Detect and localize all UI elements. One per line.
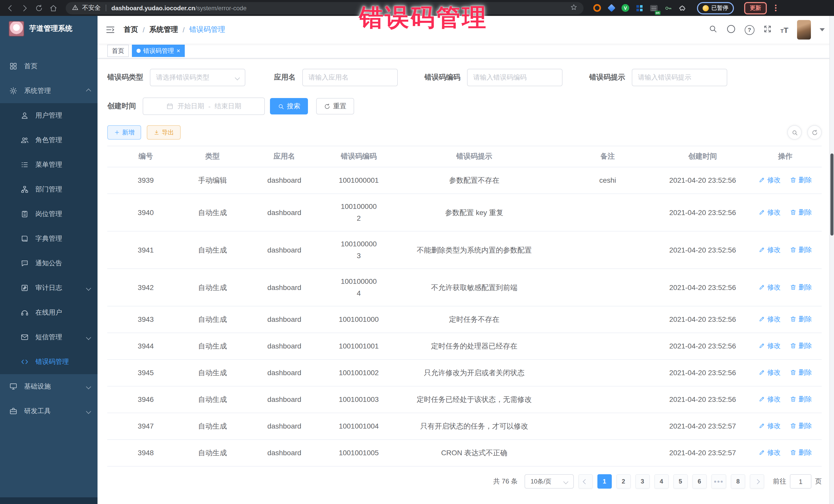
edit-link[interactable]: 修改 (759, 446, 781, 458)
user-avatar[interactable] (797, 20, 811, 40)
delete-link[interactable]: 删除 (790, 340, 812, 352)
page-button[interactable]: 2 (616, 474, 631, 489)
delete-link[interactable]: 删除 (790, 281, 812, 293)
delete-link[interactable]: 删除 (790, 174, 812, 186)
browser-home-button[interactable] (48, 3, 59, 13)
scrollbar-thumb[interactable] (830, 153, 833, 236)
tab-error-code[interactable]: 错误码管理 × (132, 45, 185, 57)
page-button[interactable]: 6 (692, 474, 706, 489)
trash-icon (790, 369, 796, 376)
sidebar-item[interactable]: 基础设施 (0, 374, 97, 399)
profile-paused-badge[interactable]: 已暂停 (697, 2, 734, 14)
pager-ellipsis[interactable]: ●●● (711, 474, 726, 489)
edit-link[interactable]: 修改 (759, 206, 781, 218)
browser-back-button[interactable] (5, 3, 15, 13)
table-row: 3945自动生成dashboard1001001002只允许修改为开启或者关闭状… (107, 359, 822, 386)
sidebar-logo[interactable]: 芋道管理系统 (0, 16, 97, 42)
sidebar-item[interactable]: 系统管理 (0, 79, 97, 103)
next-page-button[interactable] (750, 474, 764, 489)
chrome-update-button[interactable]: 更新 (744, 2, 767, 14)
add-button[interactable]: 新增 (107, 125, 141, 139)
edit-link[interactable]: 修改 (759, 420, 781, 432)
edit-link[interactable]: 修改 (759, 340, 781, 352)
page-button[interactable]: 8 (731, 474, 745, 489)
not-secure-label[interactable]: 不安全 (82, 4, 101, 12)
delete-link[interactable]: 删除 (790, 243, 812, 255)
header-search-icon[interactable] (708, 24, 717, 36)
prev-page-button[interactable] (578, 474, 593, 489)
list-extension-icon[interactable]: on (650, 4, 658, 12)
error-type-select[interactable]: 请选择错误码类型 (150, 69, 245, 86)
edit-link[interactable]: 修改 (759, 174, 781, 186)
browser-menu-icon[interactable] (775, 5, 776, 11)
bookmark-star-icon[interactable] (570, 4, 577, 12)
sidebar-item[interactable]: 研发工具 (0, 399, 97, 423)
page-button[interactable]: 1 (597, 474, 612, 489)
error-code-input[interactable]: 请输入错误码编码 (467, 69, 563, 86)
page-size-select[interactable]: 10条/页 (524, 474, 573, 489)
docs-help-icon[interactable]: ? (744, 25, 754, 35)
edit-link[interactable]: 修改 (759, 243, 781, 255)
date-range-picker[interactable]: 开始日期 - 结束日期 (143, 97, 265, 115)
sidebar-item[interactable]: 部门管理 (0, 177, 97, 202)
edit-link[interactable]: 修改 (759, 313, 781, 325)
delete-link[interactable]: 删除 (790, 367, 812, 378)
app-name-input[interactable]: 请输入应用名 (302, 69, 398, 86)
sidebar-item[interactable]: 短信管理 (0, 325, 97, 350)
delete-link[interactable]: 删除 (790, 420, 812, 432)
url-text[interactable]: dashboard.yudao.iocoder.cn/system/error-… (111, 4, 247, 12)
font-size-icon[interactable]: TT (781, 26, 788, 34)
refresh-table-button[interactable] (807, 125, 822, 139)
page-button[interactable]: 5 (673, 474, 687, 489)
sidebar-item[interactable]: 错误码管理 (0, 350, 97, 374)
breadcrumb-home[interactable]: 首页 (124, 25, 138, 35)
browser-reload-button[interactable] (34, 3, 44, 13)
error-msg-input[interactable]: 请输入错误码提示 (632, 69, 727, 86)
address-bar[interactable]: 不安全 dashboard.yudao.iocoder.cn/system/er… (66, 2, 584, 14)
not-secure-warning-icon (72, 4, 79, 12)
edit-link[interactable]: 修改 (759, 281, 781, 293)
browser-forward-button[interactable] (20, 3, 30, 13)
delete-link[interactable]: 删除 (790, 313, 812, 325)
sidebar-item[interactable]: 用户管理 (0, 103, 97, 128)
search-button[interactable]: 搜索 (270, 98, 308, 114)
hamburger-icon[interactable] (105, 25, 115, 35)
sidebar-item[interactable]: 首页 (0, 54, 97, 79)
sidebar-item[interactable]: 审计日志 (0, 276, 97, 300)
show-search-toggle-button[interactable] (787, 125, 802, 139)
tab-home[interactable]: 首页 (107, 45, 129, 57)
page-jump-input[interactable]: 1 (790, 474, 811, 489)
edit-link[interactable]: 修改 (759, 367, 781, 378)
filter-row-1: 错误码类型 请选择错误码类型 应用名 请输入应用名 错误码编码 请输入错误码编码 (107, 69, 822, 86)
delete-link[interactable]: 删除 (790, 393, 812, 405)
sidebar-collapse-bar[interactable] (0, 497, 97, 504)
trash-icon (790, 209, 796, 215)
sidebar-item[interactable]: 角色管理 (0, 128, 97, 152)
edit-link[interactable]: 修改 (759, 393, 781, 405)
vue-devtools-extension-icon[interactable]: V (621, 4, 629, 12)
fullscreen-icon[interactable] (763, 24, 772, 35)
sidebar-item[interactable]: 岗位管理 (0, 202, 97, 226)
page-button[interactable]: 4 (654, 474, 668, 489)
extensions-puzzle-icon[interactable] (679, 4, 687, 12)
github-icon[interactable] (726, 24, 736, 36)
page-scrollbar[interactable] (829, 16, 834, 504)
sidebar-item[interactable]: 菜单管理 (0, 152, 97, 177)
breadcrumb-system[interactable]: 系统管理 (149, 25, 178, 35)
delete-link[interactable]: 删除 (790, 446, 812, 458)
tab-close-icon[interactable]: × (177, 48, 180, 54)
page-button[interactable]: 3 (635, 474, 650, 489)
orange-extension-icon[interactable] (593, 4, 601, 12)
sidebar-item[interactable]: 通知公告 (0, 251, 97, 276)
key-extension-icon[interactable] (664, 4, 672, 12)
grid-extension-icon[interactable] (635, 4, 643, 12)
gem-extension-icon[interactable] (607, 4, 615, 12)
cell-code: 1001001000 (328, 306, 390, 333)
sidebar-item[interactable]: 字典管理 (0, 226, 97, 251)
reset-button[interactable]: 重置 (316, 98, 354, 114)
sidebar-menu: 首页系统管理用户管理角色管理菜单管理部门管理岗位管理字典管理通知公告审计日志在线… (0, 42, 97, 497)
sidebar-item[interactable]: 在线用户 (0, 300, 97, 325)
avatar-caret-down-icon[interactable] (820, 28, 825, 31)
export-button[interactable]: 导出 (147, 125, 181, 139)
delete-link[interactable]: 删除 (790, 206, 812, 218)
